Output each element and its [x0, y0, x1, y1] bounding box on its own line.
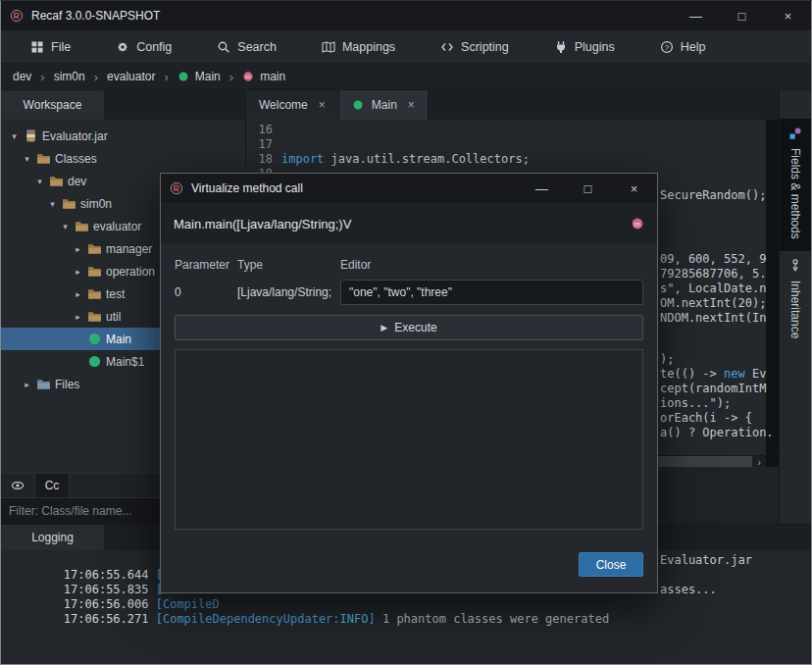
breadcrumb-label: evaluator: [107, 70, 155, 83]
tab-welcome[interactable]: Welcome ×: [246, 90, 339, 120]
breadcrumb-main-class[interactable]: Main: [178, 70, 221, 83]
execute-button[interactable]: ▶ Execute: [175, 315, 643, 340]
side-tab-label: Inheritance: [788, 281, 802, 338]
close-icon[interactable]: ×: [408, 98, 415, 112]
inheritance-icon: [788, 259, 802, 273]
line-number: 17: [246, 137, 273, 152]
tab-workspace[interactable]: Workspace: [1, 90, 104, 120]
menu-config[interactable]: Config: [116, 40, 172, 54]
window-controls: — □ ×: [673, 1, 811, 30]
tree-item-label: Evaluator.jar: [42, 129, 108, 143]
execution-output-area[interactable]: [175, 349, 643, 530]
dialog-title-bar: Virtualize method call — □ ×: [161, 174, 657, 203]
folder-icon: [87, 241, 102, 256]
code-fragment: NDOM.nextInt(In: [660, 311, 766, 326]
menu-file[interactable]: File: [30, 40, 71, 54]
side-tab-label: Fields & methods: [788, 148, 802, 239]
breadcrumb-evaluator[interactable]: evaluator: [107, 70, 155, 83]
dialog-body: Parameter Type Editor 0 [Ljava/lang/Stri…: [161, 244, 657, 592]
close-button[interactable]: Close: [579, 552, 643, 577]
chevron-down-icon[interactable]: ▾: [9, 131, 20, 141]
map-icon: [322, 40, 335, 54]
tree-item-label: manager: [106, 242, 152, 256]
package-icon: [75, 219, 89, 233]
breadcrumb-label: main: [260, 70, 285, 83]
tab-logging[interactable]: Logging: [1, 525, 104, 550]
recaf-logo-icon: [170, 181, 183, 195]
jar-icon: [24, 128, 38, 143]
menu-search[interactable]: Search: [217, 40, 277, 54]
editor-tabstrip: Welcome × Main ×: [246, 90, 779, 120]
tree-item-label: util: [106, 310, 121, 324]
dialog-footer: Close: [175, 552, 643, 577]
menu-mappings[interactable]: Mappings: [322, 40, 395, 54]
chevron-right-icon[interactable]: ▸: [73, 289, 83, 299]
close-window-button[interactable]: ×: [765, 1, 811, 30]
vertical-scrollbar[interactable]: [766, 120, 779, 455]
chevron-right-icon[interactable]: ▸: [73, 244, 83, 254]
chevron-down-icon[interactable]: ▾: [60, 222, 71, 231]
code-fragment: );: [660, 352, 674, 367]
breadcrumb: dev › sim0n › evaluator › Main › main: [1, 64, 811, 90]
scrollbar-corner: [766, 456, 779, 467]
chevron-right-icon[interactable]: ▸: [22, 380, 32, 389]
code-fragment: cept(randomIntM: [660, 382, 766, 396]
tree-item-evaluator-jar[interactable]: ▾ Evaluator.jar: [1, 125, 245, 147]
breadcrumb-main-method[interactable]: main: [242, 70, 285, 83]
visibility-filter-button[interactable]: [1, 474, 35, 497]
code-fragment: OM.nextInt(20);: [660, 296, 766, 311]
tree-item-label: operation: [106, 265, 155, 279]
code-fragment: 09, 600, 552, 9: [660, 252, 766, 267]
case-sensitivity-button[interactable]: Cc: [35, 474, 70, 497]
code-fragment: te(() -> new Ev: [660, 367, 766, 382]
menu-file-label: File: [51, 40, 71, 54]
minimize-button[interactable]: —: [673, 1, 719, 30]
chevron-right-icon[interactable]: ▸: [73, 312, 83, 322]
tree-item-label: Classes: [55, 152, 97, 166]
parameter-table-header: Parameter Type Editor: [175, 258, 643, 272]
close-icon[interactable]: ×: [319, 98, 326, 112]
tree-item-classes[interactable]: ▾ Classes: [1, 147, 245, 170]
menu-scripting-label: Scripting: [461, 40, 509, 54]
menu-scripting[interactable]: Scripting: [440, 40, 509, 54]
class-icon: [178, 71, 189, 82]
workspace-tabstrip: Workspace: [1, 90, 245, 120]
code-fragment: orEach(i -> {: [660, 411, 752, 426]
tab-label: Main: [372, 98, 397, 112]
dialog-maximize-button[interactable]: □: [565, 174, 611, 203]
tree-item-label: sim0n: [80, 197, 112, 211]
scroll-right-button[interactable]: ›: [752, 456, 766, 467]
dialog-minimize-button[interactable]: —: [519, 174, 565, 203]
tree-item-label: evaluator: [93, 220, 141, 233]
chevron-down-icon[interactable]: ▾: [47, 199, 58, 209]
tree-item-label: Main$1: [106, 355, 144, 369]
tab-fields-methods[interactable]: Fields & methods: [780, 119, 811, 251]
window-title: Recaf 3.0.0-SNAPSHOT: [31, 9, 160, 23]
breadcrumb-dev[interactable]: dev: [13, 70, 31, 83]
tab-inheritance[interactable]: Inheritance: [780, 251, 811, 350]
chevron-right-icon[interactable]: ▸: [73, 267, 83, 277]
class-icon: [87, 332, 102, 346]
dialog-close-button[interactable]: ×: [611, 174, 657, 203]
tab-main[interactable]: Main ×: [339, 90, 429, 120]
menu-search-label: Search: [237, 40, 277, 54]
package-icon: [49, 174, 64, 188]
dialog-window-controls: — □ ×: [519, 174, 657, 203]
breadcrumb-sim0n[interactable]: sim0n: [54, 70, 85, 83]
code-icon: [440, 40, 454, 54]
parameter-editor-input[interactable]: [340, 280, 643, 305]
menu-help[interactable]: Help: [660, 40, 706, 54]
method-signature: Main.main([Ljava/lang/String;)V: [174, 217, 351, 231]
folder-icon: [87, 286, 102, 301]
side-tool-strip: Fields & methods Inheritance: [779, 90, 811, 524]
line-number: 18: [246, 152, 273, 167]
chevron-down-icon[interactable]: ▾: [34, 177, 45, 186]
chevron-down-icon[interactable]: ▾: [22, 154, 32, 164]
maximize-button[interactable]: □: [719, 1, 765, 30]
menu-plugins[interactable]: Plugins: [554, 40, 615, 54]
class-icon: [87, 354, 102, 369]
method-signature-bar: Main.main([Ljava/lang/String;)V: [161, 203, 657, 244]
folder-icon: [87, 309, 102, 324]
folder-icon: [36, 151, 51, 166]
recaf-logo-icon: [10, 9, 24, 23]
